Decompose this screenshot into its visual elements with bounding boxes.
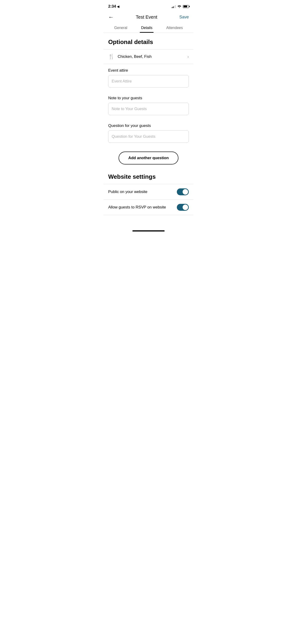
event-attire-input[interactable] — [108, 75, 189, 88]
utensils-icon: 🍴 — [108, 54, 114, 60]
page-title: Test Event — [136, 14, 157, 20]
home-bar — [132, 230, 164, 232]
tab-attendees[interactable]: Attendees — [159, 24, 190, 33]
website-settings-heading: Website settings — [104, 171, 194, 184]
question-for-guests-section: Question for your guests — [104, 119, 194, 147]
toggle-track-public — [177, 188, 189, 195]
signal-bars — [172, 5, 176, 8]
signal-bar-3 — [174, 6, 175, 8]
signal-bar-1 — [172, 7, 172, 8]
meal-options-text: Chicken, Beef, Fish — [118, 54, 152, 59]
tab-details[interactable]: Details — [134, 24, 159, 33]
note-to-guests-label: Note to your guests — [108, 96, 189, 100]
allow-rsvp-row: Allow guests to RSVP on website — [104, 200, 194, 215]
note-to-guests-input[interactable] — [108, 103, 189, 115]
meal-left: 🍴 Chicken, Beef, Fish — [108, 54, 152, 60]
tab-general[interactable]: General — [107, 24, 134, 33]
status-bar: 2:34 ◀ — [104, 0, 194, 12]
battery-fill — [184, 6, 188, 7]
status-icons — [172, 4, 189, 8]
meal-row[interactable]: 🍴 Chicken, Beef, Fish › — [104, 50, 194, 64]
time-display: 2:34 — [108, 4, 116, 9]
chevron-right-icon: › — [188, 54, 189, 59]
wifi-icon — [177, 4, 182, 8]
status-time: 2:34 ◀ — [108, 4, 119, 9]
note-to-guests-section: Note to your guests — [104, 92, 194, 119]
public-website-toggle[interactable] — [177, 188, 189, 195]
toggle-track-rsvp — [177, 204, 189, 211]
allow-rsvp-label: Allow guests to RSVP on website — [108, 205, 166, 210]
save-button[interactable]: Save — [179, 15, 189, 20]
public-website-row: Public on your website — [104, 184, 194, 200]
signal-bar-2 — [173, 6, 174, 8]
main-content: Optional details 🍴 Chicken, Beef, Fish ›… — [104, 33, 194, 215]
nav-bar: ← Test Event Save — [104, 12, 194, 24]
location-icon: ◀ — [117, 5, 119, 8]
question-for-guests-input[interactable] — [108, 130, 189, 143]
public-website-label: Public on your website — [108, 190, 147, 194]
battery-icon — [183, 5, 189, 8]
toggle-thumb-public — [182, 189, 188, 195]
toggle-thumb-rsvp — [182, 204, 188, 210]
signal-bar-4 — [175, 5, 176, 8]
event-attire-label: Event attire — [108, 68, 189, 73]
bottom-spacer — [104, 215, 194, 222]
event-attire-section: Event attire — [104, 64, 194, 92]
optional-details-heading: Optional details — [104, 33, 194, 49]
add-another-question-button[interactable]: Add another question — [118, 152, 178, 164]
allow-rsvp-toggle[interactable] — [177, 204, 189, 211]
question-for-guests-label: Question for your guests — [108, 124, 189, 128]
tab-bar: General Details Attendees — [104, 24, 194, 33]
back-button[interactable]: ← — [108, 14, 114, 20]
home-indicator — [104, 227, 194, 233]
